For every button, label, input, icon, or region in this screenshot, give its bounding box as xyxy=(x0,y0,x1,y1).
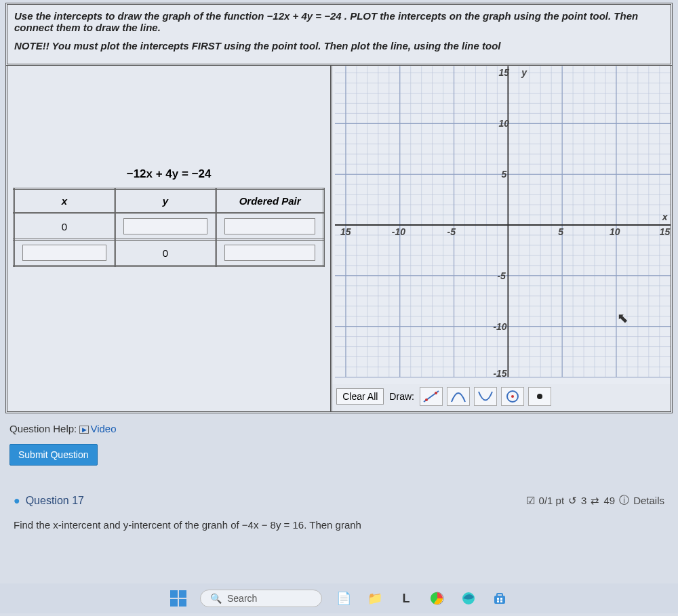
table-row: 0 xyxy=(14,213,324,240)
video-icon: ▶ xyxy=(79,426,89,434)
taskbar-store-icon[interactable] xyxy=(490,589,509,608)
axis-label-x: x xyxy=(662,211,669,222)
retries-text: 3 xyxy=(581,495,586,506)
attempts-text: 49 xyxy=(603,495,615,506)
graph-toolbar: Clear All Draw: xyxy=(332,384,671,409)
instr-text-a: Use the intercepts to draw the graph of … xyxy=(14,10,267,22)
cell-x-1-input[interactable] xyxy=(22,245,106,261)
question-17-partial-text: Find the x-intercent and y-intercent of … xyxy=(9,519,669,531)
cell-x-0: 0 xyxy=(14,213,115,240)
cell-y-0-input[interactable] xyxy=(123,218,207,234)
svg-text:-15: -15 xyxy=(494,368,507,379)
svg-text:15: 15 xyxy=(340,226,351,237)
question-17-row: Question 17 ☑ 0/1 pt ↺ 3 ⇄ 49 ⓘ Details xyxy=(9,494,669,507)
submit-question-button[interactable]: Submit Question xyxy=(9,444,98,466)
search-icon: 🔍 xyxy=(210,593,222,604)
below-area: Question Help: ▶Video Submit Question Qu… xyxy=(5,413,673,531)
cell-pair-0-input[interactable] xyxy=(224,218,315,234)
check-icon: ☑ xyxy=(526,495,535,507)
windows-start-icon[interactable] xyxy=(169,589,188,608)
svg-text:5: 5 xyxy=(502,169,507,180)
svg-text:10: 10 xyxy=(499,118,510,129)
circle-tool-icon[interactable] xyxy=(501,387,524,406)
instructions-box: Use the intercepts to draw the graph of … xyxy=(5,3,673,66)
svg-text:5: 5 xyxy=(558,226,563,237)
taskbar-app-1-icon[interactable]: 📄 xyxy=(334,589,353,608)
taskbar-folder-icon[interactable]: 📁 xyxy=(365,589,384,608)
svg-text:10: 10 xyxy=(610,226,620,237)
draw-label: Draw: xyxy=(388,391,416,402)
svg-text:15: 15 xyxy=(499,67,510,78)
instruction-note: NOTE!! You must plot the intercepts FIRS… xyxy=(14,40,664,52)
cell-y-1: 0 xyxy=(115,240,216,266)
graph-canvas[interactable]: y x 15 10 5 -5 -10 -15 15 -10 -5 5 10 15 xyxy=(332,66,671,384)
graph-pane: y x 15 10 5 -5 -10 -15 15 -10 -5 5 10 15 xyxy=(332,66,671,411)
svg-text:-10: -10 xyxy=(392,226,405,237)
point-tool-icon[interactable] xyxy=(528,387,551,406)
equation-display: −12x + 4y = −24 xyxy=(13,167,325,181)
svg-rect-95 xyxy=(497,594,502,596)
main-area: −12x + 4y = −24 x y Ordered Pair 0 0 xyxy=(5,66,673,413)
search-placeholder: Search xyxy=(227,593,257,604)
question-help-row: Question Help: ▶Video xyxy=(9,423,669,434)
instr-equation: −12x + 4y = −24 xyxy=(267,10,342,22)
video-link[interactable]: ▶Video xyxy=(79,423,116,434)
svg-point-86 xyxy=(425,398,428,401)
axis-label-y: y xyxy=(521,67,528,78)
question-17-title[interactable]: Question 17 xyxy=(14,495,84,507)
swap-icon: ⇄ xyxy=(591,495,599,507)
info-icon: ⓘ xyxy=(619,494,629,507)
table-row: 0 xyxy=(14,240,324,266)
svg-text:-5: -5 xyxy=(498,270,506,281)
taskbar-search[interactable]: 🔍 Search xyxy=(200,590,322,607)
svg-point-90 xyxy=(537,394,542,399)
cell-pair-1-input[interactable] xyxy=(224,245,315,261)
svg-point-89 xyxy=(511,395,514,398)
parabola-down-tool-icon[interactable] xyxy=(474,387,497,406)
svg-rect-96 xyxy=(497,598,499,600)
svg-rect-98 xyxy=(497,600,499,602)
taskbar-chrome-icon[interactable] xyxy=(428,589,447,608)
svg-rect-99 xyxy=(500,600,502,602)
svg-text:-5: -5 xyxy=(447,226,456,237)
help-label: Question Help: xyxy=(9,423,77,434)
intercepts-table: x y Ordered Pair 0 0 xyxy=(13,188,325,267)
score-text: 0/1 pt xyxy=(539,495,565,506)
svg-rect-97 xyxy=(500,598,502,600)
taskbar: 🔍 Search 📄 📁 L xyxy=(0,583,678,613)
parabola-up-tool-icon[interactable] xyxy=(447,387,470,406)
question-17-status: ☑ 0/1 pt ↺ 3 ⇄ 49 ⓘ Details xyxy=(526,494,664,507)
svg-text:-10: -10 xyxy=(494,321,507,332)
svg-point-87 xyxy=(435,392,437,394)
instruction-line-1: Use the intercepts to draw the graph of … xyxy=(14,10,664,33)
table-pane: −12x + 4y = −24 x y Ordered Pair 0 0 xyxy=(7,66,332,411)
taskbar-l-icon[interactable]: L xyxy=(397,589,416,608)
col-header-y: y xyxy=(115,189,216,213)
col-header-x: x xyxy=(14,189,115,213)
clear-all-button[interactable]: Clear All xyxy=(336,388,384,405)
col-header-pair: Ordered Pair xyxy=(216,189,324,213)
line-tool-icon[interactable] xyxy=(420,387,443,406)
svg-text:15: 15 xyxy=(660,226,671,237)
details-link[interactable]: Details xyxy=(633,495,664,506)
retry-icon: ↺ xyxy=(568,495,577,507)
taskbar-edge-icon[interactable] xyxy=(459,589,478,608)
video-text: Video xyxy=(90,423,116,434)
